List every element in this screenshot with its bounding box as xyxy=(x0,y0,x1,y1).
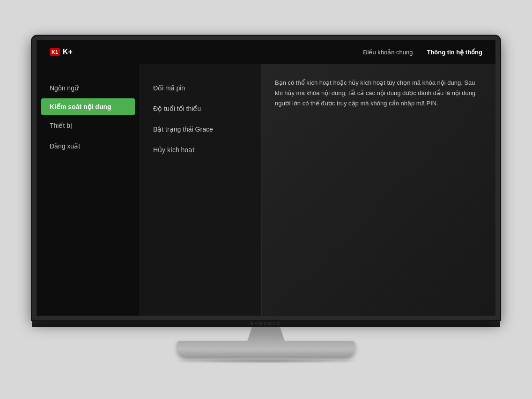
sidebar-item-thiet-bi[interactable]: Thiết bị xyxy=(37,115,140,136)
logo-area: K1 K+ xyxy=(50,48,73,56)
right-panel-description: Bạn có thể kích hoạt hoặc hủy kích hoạt … xyxy=(275,78,482,109)
tv-bottom-bar: SAMSUNG xyxy=(32,320,500,327)
sidebar-item-ngon-ngu[interactable]: Ngôn ngữ xyxy=(37,78,140,98)
tv-screen: K1 K+ Điều khoản chung Thông tin hệ thốn… xyxy=(37,40,495,316)
nav-item-thong-tin[interactable]: Thông tin hệ thống xyxy=(427,49,482,56)
nav-item-dieu-khoan[interactable]: Điều khoản chung xyxy=(363,49,413,56)
right-panel: Bạn có thể kích hoạt hoặc hủy kích hoạt … xyxy=(261,64,495,316)
logo-kplus-text: K+ xyxy=(63,48,73,56)
sidebar-item-dang-xuat[interactable]: Đăng xuất xyxy=(37,136,140,156)
tv-unit: K1 K+ Điều khoản chung Thông tin hệ thốn… xyxy=(32,36,500,363)
header: K1 K+ Điều khoản chung Thông tin hệ thốn… xyxy=(37,40,495,64)
main-content: Ngôn ngữ Kiểm soát nội dung Thiết bị Đăn… xyxy=(37,64,495,316)
sidebar-item-kiem-soat[interactable]: Kiểm soát nội dung xyxy=(41,98,135,115)
tv-stand xyxy=(177,341,355,358)
middle-item-doi-ma-pin[interactable]: Đổi mã pin xyxy=(140,78,261,98)
middle-item-bat-trang-thai[interactable]: Bật trạng thái Grace xyxy=(140,119,261,140)
sidebar: Ngôn ngữ Kiểm soát nội dung Thiết bị Đăn… xyxy=(37,64,140,316)
middle-item-huy-kich-hoat[interactable]: Hủy kích hoạt xyxy=(140,140,261,160)
tv-frame: K1 K+ Điều khoản chung Thông tin hệ thốn… xyxy=(32,36,500,320)
tv-stand-shadow xyxy=(168,359,364,363)
header-nav: Điều khoản chung Thông tin hệ thống xyxy=(363,49,482,56)
middle-item-do-tuoi[interactable]: Độ tuổi tối thiểu xyxy=(140,98,261,119)
tv-neck xyxy=(243,327,289,341)
tv-brand-label: SAMSUNG xyxy=(251,321,282,326)
middle-panel: Đổi mã pin Độ tuổi tối thiểu Bật trạng t… xyxy=(140,64,261,316)
logo-k1-badge: K1 xyxy=(50,48,60,56)
